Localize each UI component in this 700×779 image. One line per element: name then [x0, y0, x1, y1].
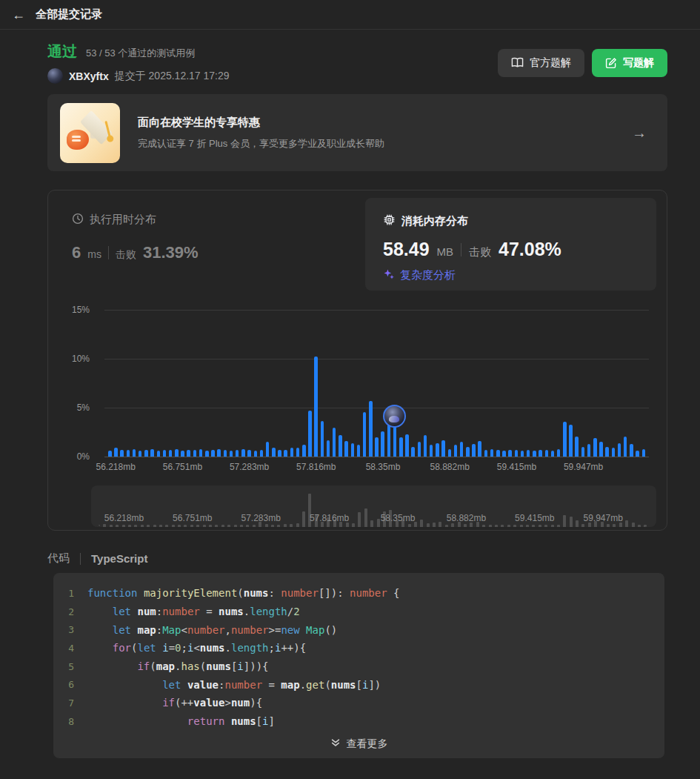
histogram-bar[interactable]: [533, 451, 536, 457]
histogram-bar[interactable]: [375, 437, 379, 457]
histogram-bar[interactable]: [284, 450, 287, 457]
histogram-bar[interactable]: [545, 450, 549, 457]
histogram-bar[interactable]: [575, 437, 579, 457]
histogram-bar[interactable]: [441, 440, 445, 457]
histogram-bar[interactable]: [363, 412, 367, 457]
histogram-bar[interactable]: [241, 449, 245, 457]
histogram-bar[interactable]: [424, 435, 427, 457]
view-more-button[interactable]: 查看更多: [53, 737, 664, 751]
histogram-bar[interactable]: [605, 447, 609, 457]
histogram-bar[interactable]: [490, 449, 494, 457]
histogram-bar[interactable]: [199, 449, 203, 457]
histogram-bar[interactable]: [630, 444, 633, 457]
histogram-bar[interactable]: [624, 437, 627, 457]
histogram-bar[interactable]: [169, 450, 173, 457]
histogram-bar[interactable]: [133, 449, 136, 457]
user-avatar-marker[interactable]: [383, 405, 406, 428]
histogram-bar[interactable]: [217, 449, 221, 457]
histogram-bar[interactable]: [636, 451, 639, 457]
histogram-bar[interactable]: [108, 451, 112, 457]
runtime-stat-panel[interactable]: 执行用时分布 6 ms 击败 31.39%: [72, 213, 199, 262]
histogram-bar[interactable]: [612, 448, 616, 457]
histogram-bar[interactable]: [230, 451, 233, 457]
histogram-bar[interactable]: [496, 450, 500, 457]
histogram-bar[interactable]: [369, 401, 373, 457]
histogram-bar[interactable]: [175, 449, 179, 457]
histogram-bar[interactable]: [236, 450, 239, 457]
histogram-bar[interactable]: [314, 357, 318, 457]
histogram-bar[interactable]: [581, 447, 585, 457]
histogram-bar[interactable]: [327, 440, 330, 457]
histogram-bar[interactable]: [599, 442, 603, 457]
histogram-bar[interactable]: [302, 445, 306, 457]
histogram-bar[interactable]: [333, 428, 336, 457]
complexity-analysis-link[interactable]: 复杂度分析: [383, 268, 456, 282]
brush-bar: [420, 520, 423, 527]
histogram-bar[interactable]: [466, 447, 470, 457]
histogram-bar[interactable]: [211, 450, 215, 457]
histogram-bar[interactable]: [157, 451, 161, 457]
histogram-bar[interactable]: [321, 421, 324, 457]
histogram-bar[interactable]: [642, 449, 646, 457]
histogram-bar[interactable]: [539, 450, 542, 457]
histogram-bar[interactable]: [150, 449, 154, 457]
histogram-bar[interactable]: [508, 450, 512, 457]
histogram-bar[interactable]: [351, 443, 355, 457]
histogram-bar[interactable]: [557, 449, 561, 457]
histogram-bar[interactable]: [308, 411, 312, 457]
histogram-bar[interactable]: [357, 445, 361, 457]
histogram-bar[interactable]: [521, 451, 524, 457]
histogram-bar[interactable]: [418, 442, 421, 457]
histogram-bar[interactable]: [224, 450, 227, 457]
histogram-bar[interactable]: [448, 449, 452, 457]
histogram-bar[interactable]: [266, 442, 270, 457]
back-arrow-icon[interactable]: ←: [12, 8, 25, 21]
student-promo-banner[interactable]: 面向在校学生的专享特惠 完成认证享 7 折 Plus 会员，享受更多学业及职业成…: [47, 94, 667, 171]
histogram-bar[interactable]: [399, 437, 403, 457]
histogram-bar[interactable]: [247, 450, 251, 457]
histogram-bar[interactable]: [618, 443, 621, 457]
histogram-bar[interactable]: [254, 451, 258, 457]
username[interactable]: XBXyftx: [69, 70, 109, 82]
write-solution-button[interactable]: 写题解: [592, 49, 667, 77]
histogram-bar[interactable]: [551, 451, 555, 457]
histogram-bar[interactable]: [296, 448, 300, 457]
histogram-bar[interactable]: [454, 445, 458, 457]
histogram-bar[interactable]: [344, 441, 348, 457]
histogram-bar[interactable]: [484, 450, 488, 457]
histogram-bar[interactable]: [272, 448, 276, 457]
histogram-bar[interactable]: [460, 442, 464, 457]
histogram-bar[interactable]: [593, 438, 597, 457]
histogram-bar[interactable]: [181, 451, 184, 457]
histogram-bar[interactable]: [290, 448, 294, 457]
banner-title: 面向在校学生的专享特惠: [138, 116, 384, 130]
histogram-bar[interactable]: [472, 444, 476, 457]
histogram-bar[interactable]: [193, 450, 197, 457]
histogram-bar[interactable]: [563, 422, 567, 457]
histogram-bar[interactable]: [527, 450, 530, 457]
histogram-bar[interactable]: [411, 447, 415, 457]
histogram-bar[interactable]: [430, 445, 433, 457]
histogram-bar[interactable]: [478, 441, 481, 457]
histogram-bar[interactable]: [144, 450, 148, 457]
histogram-bar[interactable]: [569, 425, 573, 457]
histogram-bar[interactable]: [502, 451, 506, 457]
histogram-bar[interactable]: [436, 443, 439, 457]
histogram-bar[interactable]: [139, 451, 142, 457]
official-solution-button[interactable]: 官方题解: [498, 49, 584, 77]
histogram-bar[interactable]: [127, 450, 130, 457]
chart-brush-minimap[interactable]: 56.218mb56.751mb57.283mb57.816mb58.35mb5…: [91, 485, 656, 527]
histogram-bar[interactable]: [515, 450, 519, 457]
histogram-bar[interactable]: [163, 450, 167, 457]
histogram-bar[interactable]: [587, 444, 591, 457]
histogram-bar[interactable]: [278, 450, 281, 457]
histogram-bar[interactable]: [205, 451, 209, 457]
histogram-bar[interactable]: [260, 450, 264, 457]
histogram-bar[interactable]: [187, 450, 190, 457]
histogram-bar[interactable]: [120, 450, 124, 457]
histogram-bar[interactable]: [114, 448, 118, 457]
histogram-bar[interactable]: [339, 435, 342, 457]
memory-stat-panel[interactable]: 消耗内存分布 58.49 MB 击败 47.08% 复杂度分析: [365, 198, 656, 291]
histogram-bar[interactable]: [381, 431, 384, 457]
histogram-bar[interactable]: [405, 434, 409, 457]
